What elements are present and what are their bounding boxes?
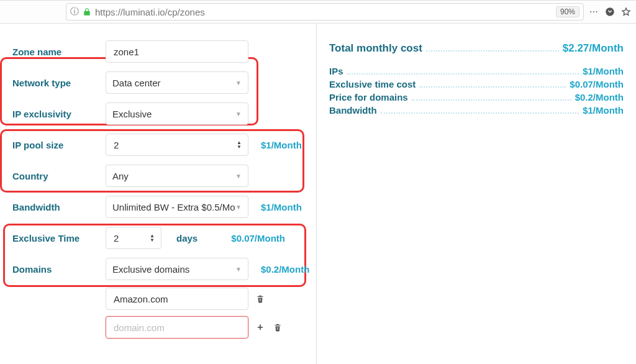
bandwidth-price: $1/Month [261,202,302,212]
domain-entry-row [6,284,310,313]
bandwidth-value: Unlimited BW - Extra $0.5/Month [112,202,235,212]
stepper-icon[interactable]: ▲▼ [237,140,242,149]
chevron-down-icon: ▼ [235,111,242,117]
zone-form: Zone name Network type Data center ▼ IP … [0,24,317,364]
trash-icon[interactable] [255,293,266,304]
ip-exclusivity-value: Exclusive [112,109,152,119]
cost-row-label: Exclusive time cost [329,79,416,89]
cost-row-label: Bandwidth [329,105,377,116]
ip-pool-size-input[interactable]: ▲▼ [106,134,248,156]
domains-value: Exclusive domains [112,264,189,275]
url-text[interactable]: https://luminati.io/cp/zones [95,7,552,17]
exclusive-time-label: Exclusive Time [12,233,106,243]
domain-entry-input[interactable] [106,288,248,310]
star-icon[interactable] [620,6,632,18]
chevron-down-icon: ▼ [235,80,242,86]
plus-icon[interactable]: + [255,322,266,333]
cost-row-value: $0.07/Month [570,79,624,89]
ip-pool-size-label: IP pool size [12,140,106,150]
info-icon[interactable]: ⓘ [70,6,79,17]
lock-icon [83,7,91,16]
more-icon[interactable]: ⋯ [588,6,600,18]
network-type-select[interactable]: Data center ▼ [106,71,248,94]
zone-name-input[interactable] [106,40,248,63]
trash-icon[interactable] [272,322,283,333]
ip-exclusivity-select[interactable]: Exclusive ▼ [106,102,248,125]
dots-divider [412,99,571,101]
domains-price: $0.2/Month [261,264,309,275]
cost-row: Exclusive time cost $0.07/Month [329,79,624,89]
zoom-badge[interactable]: 90% [556,6,579,17]
cost-row-value: $0.2/Month [575,92,624,102]
bandwidth-select[interactable]: Unlimited BW - Extra $0.5/Month ▼ [106,196,248,218]
domains-select[interactable]: Exclusive domains ▼ [106,258,248,280]
domain-entry-row: + [6,313,310,342]
ip-exclusivity-label: IP exclusivity [12,109,106,119]
dots-divider [347,73,579,75]
country-select[interactable]: Any ▼ [106,165,248,187]
ip-pool-size-price: $1/Month [261,140,302,150]
browser-url-bar: ⓘ https://luminati.io/cp/zones 90% ⋯ [0,0,636,24]
url-box[interactable]: ⓘ https://luminati.io/cp/zones 90% [66,3,584,20]
bandwidth-label: Bandwidth [12,202,106,212]
exclusive-time-price: $0.07/Month [231,233,285,243]
total-cost-row: Total monthly cost $2.27/Month [329,42,624,55]
country-label: Country [12,171,106,181]
total-cost-label: Total monthly cost [329,42,422,55]
chevron-down-icon: ▼ [235,266,242,273]
cost-row-label: IPs [329,66,343,76]
zone-name-label: Zone name [12,47,106,57]
total-cost-value: $2.27/Month [563,42,624,55]
chevron-down-icon: ▼ [235,173,242,180]
dots-divider [426,50,559,52]
pocket-icon[interactable] [604,6,616,18]
cost-summary: Total monthly cost $2.27/Month IPs $1/Mo… [317,24,636,364]
domain-entry-input[interactable] [106,316,248,339]
cost-row-value: $1/Month [583,66,624,76]
cost-row: Bandwidth $1/Month [329,105,624,116]
exclusive-time-unit: days [176,233,198,243]
domains-label: Domains [12,264,106,275]
country-value: Any [112,171,129,181]
cost-row: Price for domains $0.2/Month [329,92,624,102]
cost-row-label: Price for domains [329,92,408,102]
stepper-icon[interactable]: ▲▼ [150,234,155,242]
dots-divider [419,86,566,88]
network-type-value: Data center [112,78,161,88]
network-type-label: Network type [12,78,106,88]
exclusive-time-input[interactable]: ▲▼ [106,227,161,249]
cost-row: IPs $1/Month [329,66,624,76]
chevron-down-icon: ▼ [235,204,242,211]
cost-row-value: $1/Month [583,105,624,116]
dots-divider [381,112,579,114]
